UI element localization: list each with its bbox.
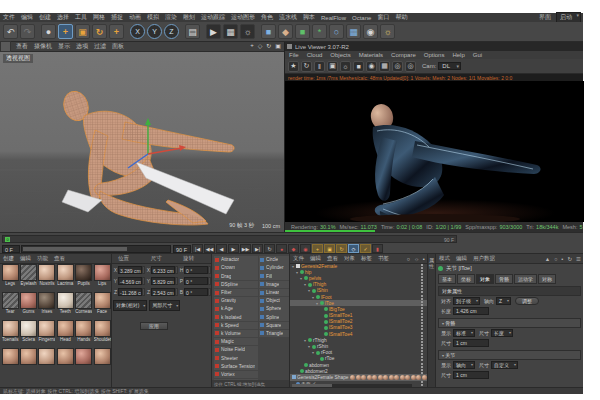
material-thumbnail[interactable] <box>2 264 19 281</box>
shape-item-Spline[interactable]: Spline <box>259 313 289 321</box>
daemon-item-k-Speed[interactable]: k Speed <box>214 322 258 330</box>
am-search-icon[interactable]: ○ <box>552 256 559 262</box>
daemon-item-DSpline[interactable]: DSpline <box>214 281 258 289</box>
visibility-dots[interactable] <box>419 301 425 306</box>
om-search-icon[interactable]: ○ <box>405 256 412 262</box>
material-thumbnail[interactable] <box>94 320 111 337</box>
daemon-item-k-Isolated[interactable]: k Isolated <box>214 313 258 321</box>
am-menu-模式[interactable]: 模式 <box>436 255 453 262</box>
material-item[interactable] <box>38 348 55 374</box>
dropdown-对齐[interactable]: 到子级 <box>453 297 480 305</box>
material-thumbnail[interactable] <box>38 264 55 281</box>
visibility-dots[interactable] <box>419 276 425 281</box>
material-item[interactable]: Corneas <box>75 292 92 318</box>
daemon-item-Noise-Field[interactable]: Noise Field <box>214 346 258 354</box>
next-frame-button[interactable]: ▶▶ <box>240 244 251 253</box>
om-menu-文件[interactable]: 文件 <box>290 255 307 262</box>
shape-item-Square[interactable]: Square <box>259 322 289 330</box>
daemon-item-Magic[interactable]: Magic <box>214 338 258 346</box>
material-item[interactable]: Irises <box>38 292 55 318</box>
viewport-menu-面板[interactable]: 面板 <box>109 42 127 51</box>
menu-item-流水线[interactable]: 流水线 <box>276 13 300 22</box>
menu-item-动画[interactable]: 动画 <box>126 13 144 22</box>
material-menu-创建[interactable]: 创建 <box>0 255 17 262</box>
material-item[interactable]: Shoulders <box>94 320 111 346</box>
visibility-dots[interactable] <box>419 381 425 386</box>
menu-item-Octane[interactable]: Octane <box>349 15 374 21</box>
material-item[interactable] <box>75 348 92 374</box>
size-mode-dropdown[interactable]: 局部尺寸 <box>149 300 180 311</box>
material-thumbnail[interactable] <box>75 264 92 281</box>
material-item[interactable]: Fingernails <box>38 320 55 346</box>
dock-tabs[interactable]: 属性 <box>428 254 436 388</box>
live-viewer-titlebar[interactable]: Live Viewer 3.07-R2 <box>285 42 583 51</box>
material-item[interactable] <box>57 348 74 374</box>
am-menu-用户数据[interactable]: 用户数据 <box>470 255 498 262</box>
visibility-dots[interactable] <box>419 356 425 361</box>
attribute-tab-坐标[interactable]: 坐标 <box>457 274 475 284</box>
material-item[interactable]: Head <box>57 320 74 346</box>
menu-item-模拟[interactable]: 模拟 <box>144 13 162 22</box>
viewport-menu-选项[interactable]: 选项 <box>73 42 91 51</box>
lv-menu-file[interactable]: File <box>285 52 303 58</box>
value-field[interactable]: 1 cm <box>453 371 489 379</box>
key-scale-toggle[interactable]: ▣ <box>324 244 335 253</box>
daemon-item-Gravity[interactable]: Gravity <box>214 297 258 305</box>
cam-dropdown[interactable]: DL <box>438 62 461 70</box>
menu-item-文件[interactable]: 文件 <box>0 13 18 22</box>
material-item[interactable]: Legs <box>2 264 19 290</box>
pause-icon[interactable]: ‖ <box>314 61 325 72</box>
om-filter-icon[interactable]: ☼ <box>412 256 421 262</box>
add-camera-icon[interactable]: ◉ <box>363 24 378 39</box>
daemon-item-k-Age[interactable]: k Age <box>214 305 258 313</box>
menu-item-网格[interactable]: 网格 <box>90 13 108 22</box>
viewport-canvas[interactable]: 透视视图 90 帧 3 秒 100 cm <box>0 52 284 232</box>
shape-item-Circle[interactable]: Circle <box>259 256 289 264</box>
goto-start-button[interactable]: |◀ <box>192 244 203 253</box>
daemon-item-Filter[interactable]: Filter <box>214 289 258 297</box>
key-parameter-toggle[interactable]: ◇ <box>348 244 359 253</box>
om-menu-查看[interactable]: 查看 <box>324 255 341 262</box>
lv-menu-gui[interactable]: Gui <box>469 52 486 58</box>
material-item[interactable]: Tear <box>2 292 19 318</box>
material-thumbnail[interactable] <box>75 292 92 309</box>
key-pla-toggle[interactable]: ✓ <box>360 244 371 253</box>
om-menu-书签[interactable]: 书签 <box>375 255 392 262</box>
button-调整[interactable]: 调整 <box>515 297 539 305</box>
render-canvas[interactable] <box>285 81 584 222</box>
material-thumbnail[interactable] <box>94 264 111 281</box>
visibility-dots[interactable] <box>419 270 425 275</box>
rotate-view-icon[interactable]: ↻ <box>264 42 273 49</box>
material-thumbnail[interactable] <box>38 292 55 309</box>
current-frame-field[interactable]: 0 F <box>2 245 20 253</box>
add-pen-icon[interactable]: ◆ <box>278 24 293 39</box>
spinner[interactable] <box>208 288 211 296</box>
live-selection-icon[interactable]: ● <box>41 24 56 39</box>
add-array-icon[interactable]: ▦ <box>346 24 361 39</box>
menu-item-帮助[interactable]: 帮助 <box>392 13 410 22</box>
shape-item-Cylinder[interactable]: Cylinder <box>259 264 289 272</box>
shape-item-Fill[interactable]: Fill <box>259 272 289 280</box>
group-header-关节[interactable]: 关节 <box>438 350 581 360</box>
am-nav-icon[interactable]: ▲ <box>543 256 552 262</box>
shape-item-Object[interactable]: Object <box>259 297 289 305</box>
scale-icon[interactable]: ▣ <box>75 24 90 39</box>
dropdown-轴向[interactable]: Z <box>496 297 511 305</box>
pick-focus-icon[interactable]: ◎ <box>405 61 416 72</box>
reload-icon[interactable]: ↻ <box>301 61 312 72</box>
add-instance-icon[interactable]: ○ <box>329 24 344 39</box>
restart-render-icon[interactable]: ★ <box>288 61 299 72</box>
add-light-icon[interactable]: ☼ <box>380 24 395 39</box>
menu-item-运动跟踪[interactable]: 运动跟踪 <box>198 13 228 22</box>
material-thumbnail[interactable] <box>2 348 19 365</box>
menu-item-窗口[interactable]: 窗口 <box>374 13 392 22</box>
dropdown-显示[interactable]: 轴向 <box>453 361 475 369</box>
coord-mode-dropdown[interactable]: 对象(相对) <box>113 300 147 311</box>
menu-item-角色[interactable]: 角色 <box>258 13 276 22</box>
lv-menu-objects[interactable]: Objects <box>326 52 354 58</box>
material-thumbnail[interactable] <box>57 348 74 365</box>
visibility-dots[interactable] <box>419 319 425 324</box>
material-thumbnail[interactable] <box>20 320 37 337</box>
attribute-tab-运动学[interactable]: 运动学 <box>514 274 537 284</box>
value-field[interactable]: 1.426 cm <box>453 307 489 315</box>
